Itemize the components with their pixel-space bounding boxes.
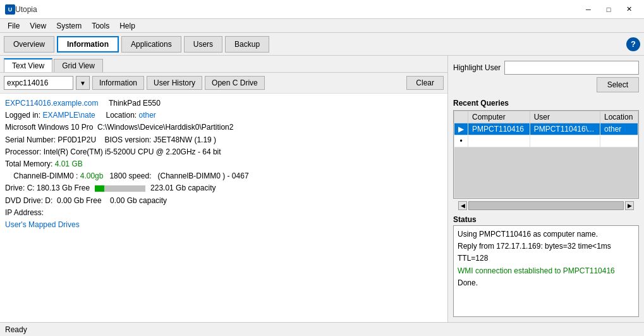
info-line-10: IP Address: (5, 207, 442, 219)
content-area: Text View Grid View expc114016 ▼ Informa… (0, 56, 644, 322)
statusbar: Ready (0, 322, 644, 336)
clear-button[interactable]: Clear (406, 76, 444, 90)
user-link[interactable]: EXAMPLE\nate (42, 111, 95, 120)
menu-tools[interactable]: Tools (87, 20, 114, 32)
sort-button[interactable]: ▼ (76, 76, 90, 90)
serial-bios: Serial Number: PF0D1P2U BIOS version: J5… (5, 135, 216, 144)
action-bar: expc114016 ▼ Information User History Op… (0, 73, 447, 94)
recent-queries-label: Recent Queries (448, 96, 644, 110)
menu-system[interactable]: System (51, 20, 87, 32)
status-box: Using PMPCT110416 as computer name. Repl… (453, 225, 639, 317)
status-label: Status (448, 213, 644, 225)
ip-label: IP Address: (5, 208, 44, 217)
tab-backup[interactable]: Backup (225, 36, 269, 53)
drive-bar-container (95, 182, 145, 194)
col-arrow (454, 111, 468, 123)
scroll-track[interactable] (468, 201, 624, 210)
scroll-right-button[interactable]: ▶ (625, 201, 634, 210)
select-button[interactable]: Select (597, 77, 639, 92)
table-header-row: Computer User Location (454, 111, 638, 123)
select-row: Select (448, 77, 644, 96)
information-button[interactable]: Information (92, 76, 144, 90)
info-line-8: Drive: C: 180.13 Gb Free 223.01 Gb capac… (5, 182, 442, 194)
os-info: Microsoft Windows 10 Pro C:\Windows\Devi… (5, 123, 233, 132)
menu-file[interactable]: File (3, 20, 25, 32)
info-line-6: Total Memory: 4.01 GB (5, 158, 442, 170)
info-line-4: Serial Number: PF0D1P2U BIOS version: J5… (5, 134, 442, 146)
row-computer: PMPCT110416 (468, 123, 530, 135)
drive-bar-outer (95, 185, 145, 192)
logged-in-label: Logged in: (5, 111, 42, 120)
highlight-row: Highlight User (448, 56, 644, 77)
main-text-area: EXPC114016.example.com ThinkPad E550 Log… (0, 94, 447, 322)
drive-label: Drive: C: 180.13 Gb Free (5, 182, 90, 194)
info-line-5: Processor: Intel(R) Core(TM) i5-5200U CP… (5, 146, 442, 158)
tab-information[interactable]: Information (57, 36, 119, 53)
status-text: Ready (5, 325, 27, 334)
table-row[interactable]: • (454, 135, 638, 147)
app-title: Utopia (15, 5, 578, 14)
info-line-2: Logged in: EXAMPLE\nate Location: other (5, 109, 442, 121)
status-line-2: Reply from 172.17.1.169: bytes=32 time<1… (458, 240, 635, 264)
empty-row-cell (454, 147, 638, 198)
total-memory: Total Memory: (5, 159, 55, 168)
menu-view[interactable]: View (25, 20, 51, 32)
status-line-4: Done. (458, 277, 635, 289)
row-computer (468, 135, 530, 147)
info-line-3: Microsoft Windows 10 Pro C:\Windows\Devi… (5, 121, 442, 134)
status-line-1: Using PMPCT110416 as computer name. (458, 228, 635, 240)
right-panel: Highlight User Select Recent Queries Com… (448, 56, 644, 322)
highlight-input[interactable] (504, 61, 639, 75)
location-link[interactable]: other (139, 111, 156, 120)
help-button[interactable]: ? (626, 37, 640, 51)
menubar: File View System Tools Help (0, 19, 644, 33)
toolbar: Overview Information Applications Users … (0, 33, 644, 56)
view-tabs: Text View Grid View (0, 56, 447, 73)
queries-table: Computer User Location ▶ PMPCT110416 PMP… (454, 111, 638, 198)
col-user: User (530, 111, 600, 123)
channel-label: ChannelB-DIMM0 : (5, 171, 80, 180)
row-location: other (600, 123, 638, 135)
dimm-rest: (ChannelB-DIMM0 ) - 0467 (158, 171, 249, 180)
drive-bar-inner (95, 185, 104, 192)
info-line-9: DVD Drive: D: 0.00 Gb Free 0.00 Gb capac… (5, 195, 442, 207)
tab-overview[interactable]: Overview (4, 36, 54, 53)
status-line-3: WMI connection established to PMPCT11041… (458, 265, 635, 277)
memory-value: 4.01 GB (55, 159, 83, 168)
tab-text-view[interactable]: Text View (4, 58, 52, 72)
computer-link[interactable]: EXPC114016.example.com (5, 99, 98, 108)
dimm-size: 4.00gb (80, 171, 104, 180)
dvd-info: DVD Drive: D: 0.00 Gb Free 0.00 Gb capac… (5, 196, 167, 205)
minimize-button[interactable]: ─ (578, 0, 598, 19)
row-arrow: ▶ (454, 123, 468, 135)
info-line-1: EXPC114016.example.com ThinkPad E550 (5, 97, 442, 109)
left-panel: Text View Grid View expc114016 ▼ Informa… (0, 56, 448, 322)
window-controls: ─ □ ✕ (578, 0, 639, 19)
queries-table-container: Computer User Location ▶ PMPCT110416 PMP… (453, 110, 639, 199)
row-user: PMPCT110416\... (530, 123, 600, 135)
menu-help[interactable]: Help (114, 20, 140, 32)
row-location (600, 135, 638, 147)
app-icon: U (5, 4, 15, 15)
titlebar: U Utopia ─ □ ✕ (0, 0, 644, 19)
tab-applications[interactable]: Applications (121, 36, 181, 53)
table-row-empty (454, 147, 638, 198)
row-user (530, 135, 600, 147)
col-location: Location (600, 111, 638, 123)
drive-capacity: 223.01 Gb capacity (150, 182, 216, 194)
close-button[interactable]: ✕ (619, 0, 639, 19)
processor-info: Processor: Intel(R) Core(TM) i5-5200U CP… (5, 147, 221, 156)
mapped-drives-link[interactable]: User's Mapped Drives (5, 220, 80, 229)
scroll-left-button[interactable]: ◀ (458, 201, 467, 210)
user-history-button[interactable]: User History (147, 76, 202, 90)
tab-grid-view[interactable]: Grid View (54, 59, 103, 72)
dimm-speed: 1800 speed: (106, 171, 155, 180)
table-scrollbar: ◀ ▶ (453, 200, 639, 211)
model-label: ThinkPad E550 (109, 99, 161, 108)
open-c-drive-button[interactable]: Open C Drive (205, 76, 265, 90)
tab-users[interactable]: Users (184, 36, 222, 53)
search-input[interactable]: expc114016 (4, 76, 73, 90)
maximize-button[interactable]: □ (598, 0, 619, 19)
table-row[interactable]: ▶ PMPCT110416 PMPCT110416\... other (454, 123, 638, 135)
row-arrow: • (454, 135, 468, 147)
